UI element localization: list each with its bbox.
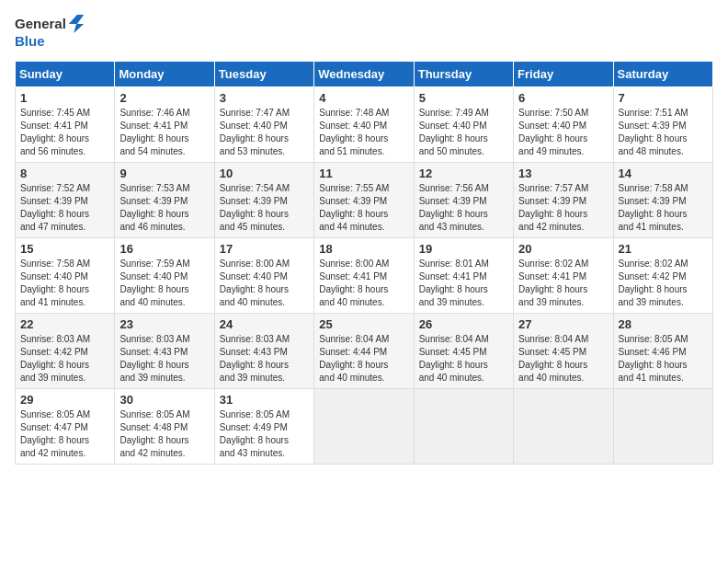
day-number: 21 [619,242,708,256]
day-number: 14 [619,167,708,180]
day-info: Sunrise: 8:05 AM Sunset: 4:49 PM Dayligh… [220,408,309,460]
col-header-saturday: Saturday [613,62,712,87]
day-number: 2 [119,91,209,105]
col-header-monday: Monday [115,62,214,87]
day-number: 11 [319,167,408,180]
day-number: 5 [419,91,508,105]
day-info: Sunrise: 7:52 AM Sunset: 4:39 PM Dayligh… [20,182,109,234]
calendar-cell: 9Sunrise: 7:53 AM Sunset: 4:39 PM Daylig… [115,163,214,238]
day-number: 20 [518,242,608,256]
day-number: 3 [220,91,309,105]
day-info: Sunrise: 8:04 AM Sunset: 4:45 PM Dayligh… [518,333,608,385]
day-info: Sunrise: 8:05 AM Sunset: 4:46 PM Dayligh… [619,333,708,385]
day-info: Sunrise: 8:05 AM Sunset: 4:47 PM Dayligh… [20,408,109,460]
calendar-cell: 15Sunrise: 7:58 AM Sunset: 4:40 PM Dayli… [16,238,115,314]
day-number: 26 [419,317,508,331]
col-header-sunday: Sunday [16,62,115,87]
day-info: Sunrise: 7:50 AM Sunset: 4:40 PM Dayligh… [518,107,608,158]
calendar-cell [314,389,414,465]
day-number: 6 [518,91,608,105]
day-info: Sunrise: 7:47 AM Sunset: 4:40 PM Dayligh… [220,107,309,158]
day-number: 8 [20,167,109,180]
day-number: 19 [419,242,508,256]
day-info: Sunrise: 7:46 AM Sunset: 4:41 PM Dayligh… [119,107,209,158]
logo-wordmark: General Blue [15,15,85,50]
calendar-cell [613,389,712,465]
day-info: Sunrise: 8:02 AM Sunset: 4:41 PM Dayligh… [518,258,608,309]
col-header-friday: Friday [514,62,613,87]
day-info: Sunrise: 8:04 AM Sunset: 4:45 PM Dayligh… [419,333,508,385]
day-info: Sunrise: 7:59 AM Sunset: 4:40 PM Dayligh… [119,258,209,309]
calendar-cell: 29Sunrise: 8:05 AM Sunset: 4:47 PM Dayli… [16,389,115,465]
day-info: Sunrise: 8:01 AM Sunset: 4:41 PM Dayligh… [419,258,508,309]
calendar-cell: 18Sunrise: 8:00 AM Sunset: 4:41 PM Dayli… [314,238,414,314]
day-number: 31 [220,393,309,407]
day-info: Sunrise: 8:02 AM Sunset: 4:42 PM Dayligh… [619,258,708,309]
day-info: Sunrise: 7:55 AM Sunset: 4:39 PM Dayligh… [319,182,408,234]
calendar-cell: 11Sunrise: 7:55 AM Sunset: 4:39 PM Dayli… [314,163,414,238]
calendar-cell: 3Sunrise: 7:47 AM Sunset: 4:40 PM Daylig… [214,87,313,163]
day-number: 7 [619,91,708,105]
day-info: Sunrise: 8:00 AM Sunset: 4:40 PM Dayligh… [220,258,309,309]
calendar-cell: 31Sunrise: 8:05 AM Sunset: 4:49 PM Dayli… [214,389,313,465]
day-number: 10 [220,167,309,180]
day-number: 28 [619,317,708,331]
calendar-cell: 4Sunrise: 7:48 AM Sunset: 4:40 PM Daylig… [314,87,414,163]
day-info: Sunrise: 7:57 AM Sunset: 4:39 PM Dayligh… [518,182,608,234]
day-info: Sunrise: 7:58 AM Sunset: 4:40 PM Dayligh… [20,258,109,309]
day-info: Sunrise: 8:05 AM Sunset: 4:48 PM Dayligh… [119,408,209,460]
svg-marker-0 [69,15,84,33]
calendar-cell: 30Sunrise: 8:05 AM Sunset: 4:48 PM Dayli… [115,389,214,465]
calendar-cell: 25Sunrise: 8:04 AM Sunset: 4:44 PM Dayli… [314,314,414,389]
col-header-tuesday: Tuesday [214,62,313,87]
day-number: 27 [518,317,608,331]
calendar-cell: 8Sunrise: 7:52 AM Sunset: 4:39 PM Daylig… [16,163,115,238]
calendar-cell: 7Sunrise: 7:51 AM Sunset: 4:39 PM Daylig… [613,87,712,163]
day-number: 1 [20,91,109,105]
day-number: 16 [119,242,209,256]
calendar-cell [514,389,613,465]
day-number: 4 [319,91,408,105]
day-info: Sunrise: 7:56 AM Sunset: 4:39 PM Dayligh… [419,182,508,234]
calendar-cell [414,389,513,465]
calendar-cell: 26Sunrise: 8:04 AM Sunset: 4:45 PM Dayli… [414,314,513,389]
day-number: 30 [119,393,209,407]
day-number: 25 [319,317,408,331]
day-info: Sunrise: 7:48 AM Sunset: 4:40 PM Dayligh… [319,107,408,158]
day-number: 12 [419,167,508,180]
logo: General Blue [15,15,85,50]
day-number: 15 [20,242,109,256]
calendar-cell: 13Sunrise: 7:57 AM Sunset: 4:39 PM Dayli… [514,163,613,238]
day-number: 29 [20,393,109,407]
day-number: 17 [220,242,309,256]
calendar-cell: 12Sunrise: 7:56 AM Sunset: 4:39 PM Dayli… [414,163,513,238]
day-number: 24 [220,317,309,331]
calendar-cell: 23Sunrise: 8:03 AM Sunset: 4:43 PM Dayli… [115,314,214,389]
day-info: Sunrise: 8:03 AM Sunset: 4:42 PM Dayligh… [20,333,109,385]
day-info: Sunrise: 7:45 AM Sunset: 4:41 PM Dayligh… [20,107,109,158]
day-info: Sunrise: 7:58 AM Sunset: 4:39 PM Dayligh… [619,182,708,234]
day-info: Sunrise: 8:04 AM Sunset: 4:44 PM Dayligh… [319,333,408,385]
page-header: General Blue [15,15,713,50]
day-info: Sunrise: 8:00 AM Sunset: 4:41 PM Dayligh… [319,258,408,309]
calendar-cell: 14Sunrise: 7:58 AM Sunset: 4:39 PM Dayli… [613,163,712,238]
day-info: Sunrise: 8:03 AM Sunset: 4:43 PM Dayligh… [220,333,309,385]
logo-arrow-icon [68,15,85,33]
day-number: 9 [119,167,209,180]
day-info: Sunrise: 8:03 AM Sunset: 4:43 PM Dayligh… [119,333,209,385]
calendar-cell: 27Sunrise: 8:04 AM Sunset: 4:45 PM Dayli… [514,314,613,389]
calendar-cell: 10Sunrise: 7:54 AM Sunset: 4:39 PM Dayli… [214,163,313,238]
calendar-table: SundayMondayTuesdayWednesdayThursdayFrid… [15,61,713,465]
calendar-cell: 28Sunrise: 8:05 AM Sunset: 4:46 PM Dayli… [613,314,712,389]
calendar-cell: 5Sunrise: 7:49 AM Sunset: 4:40 PM Daylig… [414,87,513,163]
calendar-cell: 19Sunrise: 8:01 AM Sunset: 4:41 PM Dayli… [414,238,513,314]
day-number: 23 [119,317,209,331]
calendar-cell: 21Sunrise: 8:02 AM Sunset: 4:42 PM Dayli… [613,238,712,314]
col-header-wednesday: Wednesday [314,62,414,87]
calendar-cell: 6Sunrise: 7:50 AM Sunset: 4:40 PM Daylig… [514,87,613,163]
calendar-cell: 17Sunrise: 8:00 AM Sunset: 4:40 PM Dayli… [214,238,313,314]
day-info: Sunrise: 7:53 AM Sunset: 4:39 PM Dayligh… [119,182,209,234]
col-header-thursday: Thursday [414,62,513,87]
day-info: Sunrise: 7:54 AM Sunset: 4:39 PM Dayligh… [220,182,309,234]
calendar-cell: 2Sunrise: 7:46 AM Sunset: 4:41 PM Daylig… [115,87,214,163]
